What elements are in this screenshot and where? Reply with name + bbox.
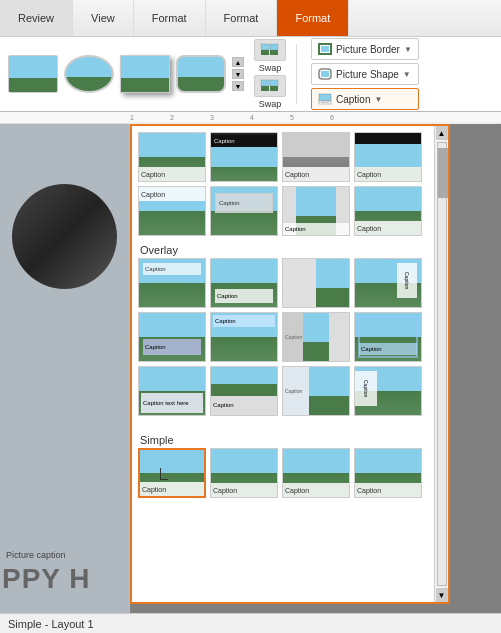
- dropdown-scrollbar: ▲ ▼: [434, 126, 448, 602]
- scroll-track[interactable]: [437, 142, 447, 586]
- overlay-section-label: Overlay: [138, 240, 442, 258]
- slide-circle-image: [12, 184, 117, 289]
- svg-rect-1: [261, 50, 269, 55]
- swap-button-top[interactable]: ↔: [254, 39, 286, 61]
- caption-arrow: ▼: [374, 95, 382, 104]
- svg-text:4: 4: [250, 114, 254, 121]
- caption-label: Caption: [336, 94, 370, 105]
- caption-style-3[interactable]: Caption: [282, 132, 350, 182]
- ruler-marks: 1 2 3 4 5 6: [130, 112, 500, 124]
- svg-rect-3: [270, 50, 278, 55]
- style-scroll-arrows: ▲ ▼ ▼: [232, 57, 244, 91]
- slide-preview: Picture caption PPY H: [0, 124, 130, 625]
- tab-format-1[interactable]: Format: [134, 0, 206, 36]
- simple-style-4[interactable]: Caption: [354, 448, 422, 498]
- overlay-style-4[interactable]: Caption: [354, 258, 422, 308]
- thumb-row-1: Caption Caption Caption Cap: [138, 132, 442, 182]
- overlay-style-2[interactable]: Caption: [210, 258, 278, 308]
- svg-text:↔: ↔: [265, 45, 269, 50]
- swap-label2: Swap: [259, 99, 282, 109]
- overlay-style-1[interactable]: Caption: [138, 258, 206, 308]
- overlay-style-10[interactable]: Caption: [210, 366, 278, 416]
- svg-text:3: 3: [210, 114, 214, 121]
- picture-border-label: Picture Border: [336, 44, 400, 55]
- tab-view[interactable]: View: [73, 0, 134, 36]
- right-panel-buttons: Picture Border ▼ Picture Shape ▼ Caption…: [311, 38, 419, 110]
- simple-style-1[interactable]: Caption: [138, 448, 206, 498]
- ribbon: Review View Format Format Format: [0, 0, 501, 37]
- swap-group: ↔ Swap Swap: [254, 39, 286, 109]
- caption-style-4[interactable]: Caption: [354, 132, 422, 182]
- overlay-style-3[interactable]: [282, 258, 350, 308]
- slide-title: PPY H: [2, 563, 91, 595]
- picture-border-button[interactable]: Picture Border ▼: [311, 38, 419, 60]
- overlay-style-9[interactable]: Caption text here: [138, 366, 206, 416]
- tab-format-2[interactable]: Format: [206, 0, 278, 36]
- picture-shape-icon: [318, 68, 332, 80]
- caption-style-8[interactable]: Caption: [354, 186, 422, 236]
- caption-icon: [318, 93, 332, 105]
- scroll-up-arrow[interactable]: ▲: [436, 126, 448, 140]
- simple-style-2[interactable]: Caption: [210, 448, 278, 498]
- picture-style-group: ▲ ▼ ▼: [8, 55, 244, 93]
- overlay-style-5[interactable]: Caption: [138, 312, 206, 362]
- scroll-down-arrow[interactable]: ▼: [436, 588, 448, 602]
- svg-rect-13: [319, 94, 331, 101]
- overlay-style-7[interactable]: Caption: [282, 312, 350, 362]
- toolbar-area: ▲ ▼ ▼ ↔ Swap Swap Picture Border ▼ Pictu…: [0, 37, 501, 112]
- svg-rect-16: [130, 112, 500, 124]
- swap-label: Swap: [259, 63, 282, 73]
- tab-format-3[interactable]: Format: [277, 0, 349, 36]
- caption-dropdown-panel: Caption Caption Caption Cap: [130, 124, 450, 604]
- thumb-row-simple: Caption Caption Caption Caption: [138, 448, 442, 498]
- spacer: [138, 420, 442, 430]
- toolbar-separator: [296, 44, 297, 104]
- overlay-style-6[interactable]: Caption: [210, 312, 278, 362]
- ruler: 1 2 3 4 5 6: [0, 112, 501, 124]
- swap-icon-bottom: [260, 79, 280, 93]
- status-bar: Simple - Layout 1: [0, 613, 501, 633]
- picture-style-shadow[interactable]: [120, 55, 170, 93]
- svg-text:1: 1: [130, 114, 134, 121]
- caption-style-2[interactable]: Caption: [210, 132, 278, 182]
- thumb-row-2: Caption Caption Caption Caption: [138, 186, 442, 236]
- cursor-indicator: [160, 468, 168, 480]
- picture-style-normal[interactable]: [8, 55, 58, 93]
- svg-rect-5: [261, 80, 269, 86]
- picture-style-oval[interactable]: [64, 55, 114, 93]
- picture-style-rounded[interactable]: [176, 55, 226, 93]
- style-scroll-down[interactable]: ▼: [232, 69, 244, 79]
- status-tooltip-text: Simple - Layout 1: [8, 618, 94, 630]
- overlay-style-12[interactable]: Caption: [354, 366, 422, 416]
- svg-text:2: 2: [170, 114, 174, 121]
- swap-button-bottom[interactable]: [254, 75, 286, 97]
- picture-shape-arrow: ▼: [403, 70, 411, 79]
- style-scroll-more[interactable]: ▼: [232, 81, 244, 91]
- svg-rect-12: [321, 71, 329, 77]
- main-area: Picture caption PPY H Caption Caption: [0, 124, 501, 625]
- svg-rect-10: [321, 46, 329, 52]
- svg-text:6: 6: [330, 114, 334, 121]
- caption-style-5[interactable]: Caption: [138, 186, 206, 236]
- svg-rect-8: [270, 86, 278, 91]
- scroll-thumb[interactable]: [438, 148, 448, 198]
- overlay-style-8[interactable]: Caption: [354, 312, 422, 362]
- caption-style-1[interactable]: Caption: [138, 132, 206, 182]
- dropdown-scroll-area[interactable]: Caption Caption Caption Cap: [132, 126, 448, 602]
- caption-style-6[interactable]: Caption: [210, 186, 278, 236]
- simple-style-3[interactable]: Caption: [282, 448, 350, 498]
- style-scroll-up[interactable]: ▲: [232, 57, 244, 67]
- slide-background: Picture caption PPY H: [0, 124, 129, 625]
- caption-button[interactable]: Caption ▼: [311, 88, 419, 110]
- picture-border-arrow: ▼: [404, 45, 412, 54]
- simple-section-label: Simple: [138, 430, 442, 448]
- thumb-row-overlay-2: Caption Caption Caption Caption: [138, 312, 442, 362]
- svg-rect-6: [261, 86, 269, 91]
- overlay-style-11[interactable]: Caption: [282, 366, 350, 416]
- tab-review[interactable]: Review: [0, 0, 73, 36]
- slide-photo: [12, 184, 117, 289]
- picture-shape-button[interactable]: Picture Shape ▼: [311, 63, 419, 85]
- svg-text:5: 5: [290, 114, 294, 121]
- picture-caption-text: Picture caption: [6, 550, 66, 560]
- caption-style-7[interactable]: Caption: [282, 186, 350, 236]
